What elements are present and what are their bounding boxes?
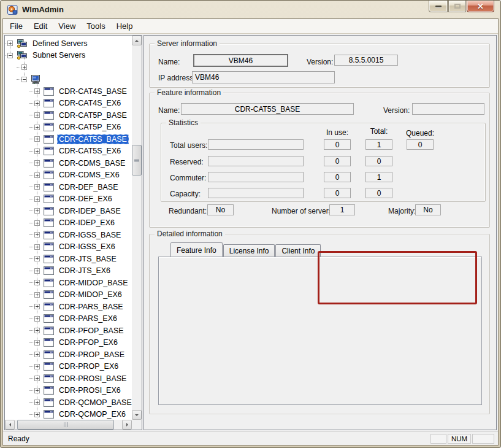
expand-toggle[interactable] (34, 400, 40, 405)
expand-toggle[interactable] (34, 376, 40, 381)
collapse-toggle[interactable] (21, 77, 27, 82)
expand-toggle[interactable] (34, 412, 40, 417)
tree-item-label[interactable]: CDR-PROP_BASE (57, 350, 126, 360)
expand-toggle[interactable] (34, 184, 40, 190)
tree-item-label[interactable]: CDR-CAT5S_EX6 (57, 146, 123, 156)
expand-toggle[interactable] (34, 280, 40, 285)
tree-item-label[interactable]: CDR-PARS_EX6 (57, 314, 119, 323)
expand-toggle[interactable] (34, 149, 40, 154)
expand-toggle[interactable] (34, 304, 40, 309)
expand-toggle[interactable] (34, 328, 40, 333)
tree-horizontal-scrollbar[interactable] (5, 420, 132, 430)
expand-toggle[interactable] (7, 41, 13, 46)
tree-item-label[interactable]: CDR-IDEP_BASE (57, 206, 123, 216)
tab-client-info[interactable]: Client Info (275, 244, 321, 257)
tree-item-cdr-idep_base[interactable]: CDR-IDEP_BASE (5, 205, 132, 217)
expand-toggle[interactable] (34, 160, 40, 166)
expand-toggle[interactable] (34, 340, 40, 346)
tree-item-label[interactable]: CDR-MIDOP_EX6 (57, 290, 124, 299)
tree-item-label[interactable]: CDR-DEF_EX6 (57, 194, 114, 204)
tree-item-cdr-cat5s_base[interactable]: CDR-CAT5S_BASE (5, 133, 132, 145)
tree-item-label[interactable]: CDR-IGSS_EX6 (57, 242, 117, 252)
expand-toggle[interactable] (34, 136, 40, 142)
scroll-up-button[interactable] (132, 36, 142, 45)
tree-item-cdr-cat5s_ex6[interactable]: CDR-CAT5S_EX6 (5, 145, 132, 158)
menu-item-view[interactable]: View (53, 20, 81, 33)
scroll-down-button[interactable] (132, 410, 142, 420)
tree-vertical-scrollbar[interactable] (132, 36, 142, 420)
tree-item-cdr-cat5p_ex6[interactable]: CDR-CAT5P_EX6 (5, 122, 132, 134)
tree-item-cdr-igss_base[interactable]: CDR-IGSS_BASE (5, 229, 132, 241)
tree-item-label[interactable]: Subnet Servers (31, 50, 87, 60)
tree-item-label[interactable]: CDR-PFOP_BASE (57, 326, 126, 336)
tree-item-cdr-idep_ex6[interactable]: CDR-IDEP_EX6 (5, 217, 132, 230)
expand-toggle[interactable] (34, 316, 40, 322)
tree-item-label[interactable]: CDR-MIDOP_BASE (57, 278, 130, 288)
expand-toggle[interactable] (34, 388, 40, 393)
tree-item-cdr-prop_base[interactable]: CDR-PROP_BASE (5, 349, 132, 361)
collapse-toggle[interactable] (7, 53, 13, 58)
tree-item-cdr-pfop_base[interactable]: CDR-PFOP_BASE (5, 325, 132, 337)
expand-toggle[interactable] (34, 112, 40, 118)
tree-item-label[interactable]: CDR-CAT5P_BASE (57, 110, 129, 120)
tree-scroll-thumb[interactable] (132, 145, 142, 176)
tree-item-cdr-cat4s_base[interactable]: CDR-CAT4S_BASE (5, 85, 132, 98)
tree-item-cdr-cdms_base[interactable]: CDR-CDMS_BASE (5, 157, 132, 169)
scroll-right-button[interactable] (122, 420, 132, 430)
tree-item-label[interactable]: CDR-CAT5P_EX6 (57, 122, 123, 132)
tree-item-cdr-cat4s_ex6[interactable]: CDR-CAT4S_EX6 (5, 98, 132, 110)
tree-item-label[interactable]: CDR-CDMS_EX6 (57, 170, 121, 180)
tree-item-cdr-def_ex6[interactable]: CDR-DEF_EX6 (5, 193, 132, 206)
tree-item-cdr-jts_ex6[interactable]: CDR-JTS_EX6 (5, 265, 132, 277)
tree-item-label[interactable]: CDR-PFOP_EX6 (57, 338, 120, 347)
menu-item-edit[interactable]: Edit (28, 20, 53, 33)
expand-toggle[interactable] (34, 232, 40, 238)
tree-item-label[interactable]: CDR-CAT4S_BASE (57, 87, 129, 96)
tree-item-defined servers[interactable]: Defined Servers (5, 37, 132, 50)
tree-item-label[interactable]: CDR-CDMS_BASE (57, 158, 127, 168)
tree-item-cdr-midop_ex6[interactable]: CDR-MIDOP_EX6 (5, 289, 132, 301)
scroll-left-button[interactable] (5, 420, 15, 430)
tree-item-cdr-midop_base[interactable]: CDR-MIDOP_BASE (5, 277, 132, 289)
expand-toggle[interactable] (34, 244, 40, 250)
tree-item-cdr-prosi_ex6[interactable]: CDR-PROSI_EX6 (5, 385, 132, 397)
expand-toggle[interactable] (34, 88, 40, 94)
expand-toggle[interactable] (34, 268, 40, 274)
expand-toggle[interactable] (34, 220, 40, 226)
expand-toggle[interactable] (34, 196, 40, 202)
tree-item-cdr-def_base[interactable]: CDR-DEF_BASE (5, 181, 132, 193)
tree-item-label[interactable]: CDR-PARS_BASE (57, 302, 125, 312)
expand-toggle[interactable] (21, 64, 27, 70)
expand-toggle[interactable] (34, 208, 40, 214)
expand-toggle[interactable] (34, 101, 40, 106)
tree-item-label[interactable]: CDR-PROP_EX6 (57, 361, 120, 371)
tree-item-label[interactable]: CDR-PROSI_EX6 (57, 385, 123, 395)
expand-toggle[interactable] (34, 352, 40, 357)
tree-item-label[interactable]: CDR-CAT5S_BASE (57, 134, 129, 144)
tree-item-label[interactable]: CDR-DEF_BASE (57, 182, 120, 192)
tab-feature-info[interactable]: Feature Info (170, 242, 223, 257)
tree-item-cdr-jts_base[interactable]: CDR-JTS_BASE (5, 253, 132, 265)
tree-item-label[interactable]: CDR-JTS_EX6 (57, 266, 112, 276)
expand-toggle[interactable] (34, 172, 40, 178)
minimize-button[interactable] (429, 1, 448, 12)
tree-item-cdr-pars_base[interactable]: CDR-PARS_BASE (5, 301, 132, 313)
tree-item-label[interactable]: CDR-PROSI_BASE (57, 374, 128, 384)
tree-item-label[interactable]: Defined Servers (31, 39, 90, 48)
tree-item-cdr-prosi_base[interactable]: CDR-PROSI_BASE (5, 373, 132, 385)
expand-toggle[interactable] (34, 256, 40, 261)
tree-item-label[interactable]: CDR-QCMOP_EX6 (57, 409, 128, 419)
menu-item-tools[interactable]: Tools (81, 20, 110, 33)
tree-item-label[interactable]: CDR-CAT4S_EX6 (57, 98, 123, 108)
close-button[interactable]: ✕ (467, 1, 494, 12)
expand-toggle[interactable] (34, 292, 40, 298)
menu-item-help[interactable]: Help (111, 20, 139, 33)
maximize-button[interactable] (448, 1, 466, 12)
tree-item-cdr-pfop_ex6[interactable]: CDR-PFOP_EX6 (5, 337, 132, 349)
tree-item-label[interactable]: CDR-IGSS_BASE (57, 230, 123, 240)
tree-item-cdr-igss_ex6[interactable]: CDR-IGSS_EX6 (5, 241, 132, 253)
tree-item-cdr-qcmop_base[interactable]: CDR-QCMOP_BASE (5, 396, 132, 409)
tree-item-cdr-cdms_ex6[interactable]: CDR-CDMS_EX6 (5, 169, 132, 182)
tree-item-cdr-pars_ex6[interactable]: CDR-PARS_EX6 (5, 313, 132, 325)
expand-toggle[interactable] (34, 125, 40, 130)
